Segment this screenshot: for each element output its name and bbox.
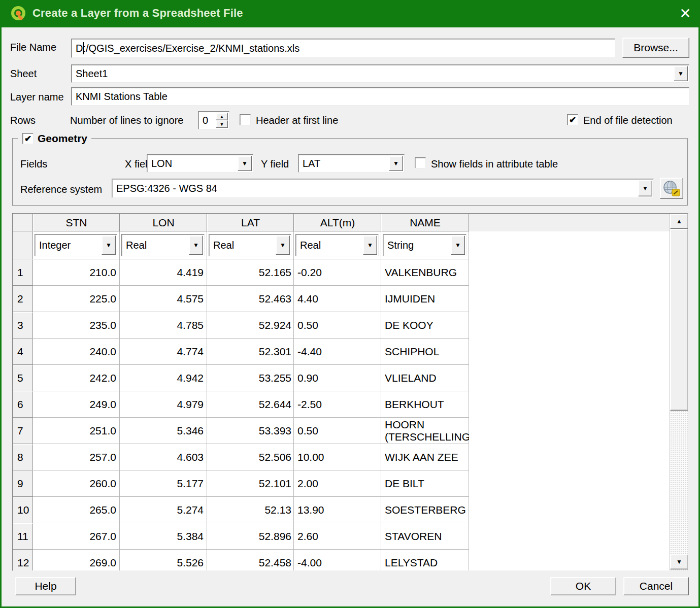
cell-stn[interactable]: 257.0 [33, 444, 120, 470]
scroll-down-icon[interactable]: ▼ [670, 554, 688, 569]
cell-lon[interactable]: 5.346 [120, 418, 207, 444]
cell-stn[interactable]: 235.0 [33, 312, 120, 339]
type-dropdown-stn[interactable]: Integer ▼ [35, 234, 117, 256]
x-field-arrow-icon[interactable]: ▼ [238, 156, 252, 171]
cell-alt[interactable]: 2.00 [294, 470, 381, 497]
cell-stn[interactable]: 210.0 [33, 259, 120, 286]
column-header-stn[interactable]: STN [33, 214, 120, 231]
cell-alt[interactable]: 0.50 [294, 312, 381, 339]
spin-up-icon[interactable]: ▲ [216, 113, 228, 120]
row-header[interactable]: 4 [13, 339, 33, 365]
cell-lon[interactable]: 4.979 [120, 391, 207, 418]
end-of-file-checkbox[interactable]: ✔ [567, 114, 578, 125]
row-header[interactable]: 1 [13, 259, 33, 286]
type-dropdown-lon[interactable]: Real ▼ [121, 234, 205, 256]
cell-stn[interactable]: 225.0 [33, 286, 120, 312]
file-name-input[interactable]: D:/QGIS_exercises/Exercise_2/KNMI_statio… [71, 39, 615, 58]
reference-system-arrow-icon[interactable]: ▼ [638, 180, 652, 196]
cell-lon[interactable]: 5.526 [120, 550, 207, 571]
cell-lat[interactable]: 52.463 [207, 286, 294, 312]
cell-name[interactable]: LELYSTAD [381, 550, 469, 571]
lines-to-ignore-spinner[interactable]: 0 ▲ ▼ [198, 111, 229, 129]
type-dropdown-lat[interactable]: Real ▼ [209, 234, 291, 256]
type-dropdown-name[interactable]: String ▼ [383, 234, 466, 256]
cell-lat[interactable]: 52.301 [207, 339, 294, 365]
cell-lat[interactable]: 52.924 [207, 312, 294, 339]
scroll-up-icon[interactable]: ▲ [670, 214, 688, 229]
geometry-checkbox[interactable]: ✔ [22, 133, 34, 144]
y-field-arrow-icon[interactable]: ▼ [389, 156, 403, 171]
cell-lat[interactable]: 52.101 [207, 470, 294, 497]
cell-lon[interactable]: 4.575 [120, 286, 207, 312]
cell-lon[interactable]: 4.785 [120, 312, 207, 339]
cancel-button[interactable]: Cancel [623, 577, 689, 595]
column-header-lon[interactable]: LON [120, 214, 207, 231]
cell-stn[interactable]: 260.0 [33, 470, 120, 497]
cell-alt[interactable]: 4.40 [294, 286, 381, 312]
cell-lon[interactable]: 5.177 [120, 470, 207, 497]
cell-name[interactable]: HOORN (TERSCHELLING) [381, 418, 469, 444]
vertical-scrollbar[interactable]: ▲ ▼ [670, 214, 688, 570]
sheet-dropdown[interactable]: Sheet1 ▼ [71, 64, 689, 83]
cell-stn[interactable]: 269.0 [33, 550, 120, 571]
cell-name[interactable]: BERKHOUT [381, 391, 469, 418]
cell-lon[interactable]: 5.384 [120, 523, 207, 550]
cell-stn[interactable]: 240.0 [33, 339, 120, 365]
row-header[interactable]: 7 [13, 418, 33, 444]
cell-alt[interactable]: -4.40 [294, 339, 381, 365]
cell-lon[interactable]: 4.942 [120, 365, 207, 391]
row-header[interactable]: 6 [13, 391, 33, 418]
cell-name[interactable]: VLIELAND [381, 365, 469, 391]
cell-alt[interactable]: 13.90 [294, 497, 381, 523]
type-arrow-icon[interactable]: ▼ [363, 235, 377, 255]
title-bar[interactable]: Create a Layer from a Spreadsheet File ✕ [0, 0, 700, 27]
cell-lat[interactable]: 53.393 [207, 418, 294, 444]
cell-alt[interactable]: -2.50 [294, 391, 381, 418]
row-header[interactable]: 11 [13, 523, 33, 550]
type-arrow-icon[interactable]: ▼ [451, 235, 465, 255]
row-header[interactable]: 9 [13, 470, 33, 497]
type-arrow-icon[interactable]: ▼ [276, 235, 290, 255]
cell-lon[interactable]: 4.419 [120, 259, 207, 286]
cell-name[interactable]: VALKENBURG [381, 259, 469, 286]
ok-button[interactable]: OK [550, 577, 616, 595]
reference-system-dropdown[interactable]: EPSG:4326 - WGS 84 ▼ [112, 179, 654, 198]
cell-name[interactable]: DE KOOY [381, 312, 469, 339]
help-button[interactable]: Help [15, 577, 76, 595]
cell-stn[interactable]: 251.0 [33, 418, 120, 444]
cell-lat[interactable]: 52.13 [207, 497, 294, 523]
spin-down-icon[interactable]: ▼ [216, 120, 228, 128]
cell-alt[interactable]: 10.00 [294, 444, 381, 470]
y-field-dropdown[interactable]: LAT ▼ [298, 154, 405, 173]
cell-name[interactable]: DE BILT [381, 470, 469, 497]
cell-alt[interactable]: 2.60 [294, 523, 381, 550]
x-field-dropdown[interactable]: LON ▼ [147, 154, 253, 173]
cell-alt[interactable]: -4.00 [294, 550, 381, 571]
row-header[interactable]: 5 [13, 365, 33, 391]
cell-lon[interactable]: 4.603 [120, 444, 207, 470]
type-arrow-icon[interactable]: ▼ [189, 235, 203, 255]
show-fields-checkbox[interactable] [415, 157, 426, 168]
header-first-line-checkbox[interactable] [240, 114, 251, 125]
cell-lat[interactable]: 52.165 [207, 259, 294, 286]
scrollbar-thumb[interactable] [670, 229, 688, 411]
cell-lat[interactable]: 52.896 [207, 523, 294, 550]
cell-stn[interactable]: 265.0 [33, 497, 120, 523]
cell-name[interactable]: SOESTERBERG [381, 497, 469, 523]
column-header-name[interactable]: NAME [381, 214, 469, 231]
cell-name[interactable]: WIJK AAN ZEE [381, 444, 469, 470]
select-crs-button[interactable] [660, 178, 683, 199]
cell-lon[interactable]: 4.774 [120, 339, 207, 365]
row-header[interactable]: 8 [13, 444, 33, 470]
cell-alt[interactable]: 0.50 [294, 418, 381, 444]
cell-stn[interactable]: 242.0 [33, 365, 120, 391]
cell-stn[interactable]: 249.0 [33, 391, 120, 418]
cell-alt[interactable]: 0.90 [294, 365, 381, 391]
cell-lat[interactable]: 53.255 [207, 365, 294, 391]
cell-lon[interactable]: 5.274 [120, 497, 207, 523]
cell-name[interactable]: SCHIPHOL [381, 339, 469, 365]
layer-name-input[interactable]: KNMI Stations Table [71, 87, 689, 106]
column-header-alt[interactable]: ALT(m) [294, 214, 381, 231]
cell-lat[interactable]: 52.506 [207, 444, 294, 470]
row-header[interactable]: 10 [13, 497, 33, 523]
